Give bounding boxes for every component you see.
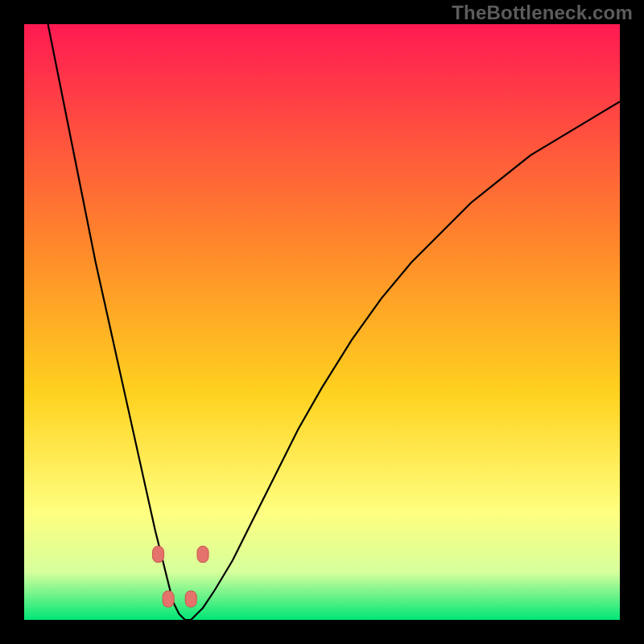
curve-marker <box>163 591 174 607</box>
plot-area <box>24 24 620 620</box>
gradient-background <box>24 24 620 620</box>
curve-marker <box>197 547 208 563</box>
watermark-text: TheBottleneck.com <box>452 2 633 24</box>
curve-marker <box>185 591 196 607</box>
plot-svg <box>24 24 620 620</box>
curve-marker <box>153 547 164 563</box>
chart-frame: TheBottleneck.com <box>0 0 644 644</box>
